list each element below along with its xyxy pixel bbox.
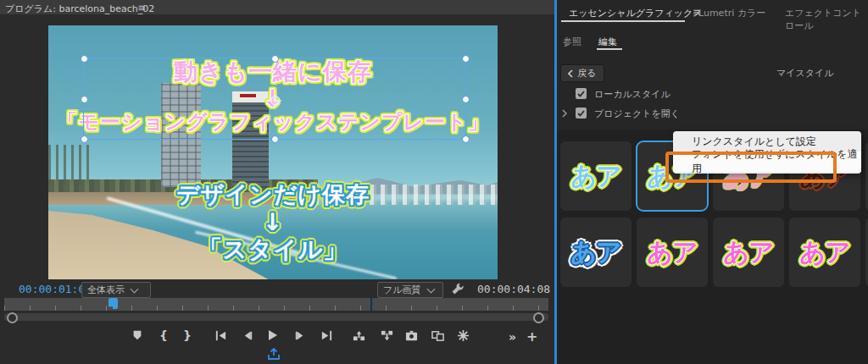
add-marker-button[interactable] bbox=[131, 328, 144, 342]
program-monitor-header: プログラム: barcelona_beach_02 ≡ bbox=[0, 0, 556, 14]
style-tile[interactable]: あア bbox=[713, 218, 784, 287]
check-icon bbox=[577, 91, 585, 97]
checkbox-open-project[interactable] bbox=[576, 108, 587, 119]
overlay-text-line4[interactable]: 「スタイル」 bbox=[48, 234, 498, 266]
duration-timecode: 00:00:04:08 bbox=[477, 283, 550, 295]
annotation-highlight-box bbox=[665, 152, 837, 183]
chevron-down-icon bbox=[426, 284, 435, 293]
tab-effect-controls[interactable]: エフェクトコントロール bbox=[785, 7, 868, 32]
extract-button[interactable] bbox=[380, 328, 393, 342]
timeline-ruler[interactable] bbox=[4, 298, 548, 311]
style-tile[interactable]: あア bbox=[560, 141, 632, 211]
panel-menu-icon[interactable]: ≡ bbox=[137, 2, 146, 14]
mark-out-button[interactable]: } bbox=[181, 328, 194, 342]
scrollbar-handle-left[interactable] bbox=[7, 312, 18, 323]
settings-wrench-icon[interactable] bbox=[451, 282, 465, 295]
video-preview: 動きも一緒に保存 ↓ 「モーショングラフィックステンプレート」 デザインだけ保存… bbox=[48, 25, 498, 279]
export-frame-button[interactable] bbox=[404, 328, 418, 342]
back-button[interactable]: 戻る bbox=[560, 64, 604, 82]
section-title-my-styles: マイスタイル bbox=[776, 69, 834, 78]
selection-handle[interactable] bbox=[462, 55, 470, 63]
checkbox-label-local-styles[interactable]: ローカルスタイル bbox=[594, 90, 670, 99]
tab-essential-graphics[interactable]: エッセンシャルグラフィックス bbox=[569, 7, 703, 19]
quality-dropdown-value: フル画質 bbox=[383, 284, 421, 296]
step-back-button[interactable] bbox=[241, 328, 254, 342]
checkbox-label-open-project[interactable]: プロジェクトを開く bbox=[594, 109, 680, 119]
overlay-arrow-blue[interactable]: ↓ bbox=[48, 208, 498, 236]
subtab-browse[interactable]: 参照 bbox=[563, 36, 581, 48]
fit-dropdown-value: 全体表示 bbox=[87, 284, 125, 296]
style-tile[interactable]: あア bbox=[560, 218, 632, 287]
selection-handle[interactable] bbox=[462, 135, 470, 143]
clip-end-marker bbox=[370, 298, 372, 311]
active-subtab-underline bbox=[597, 48, 622, 50]
lift-button[interactable] bbox=[352, 328, 365, 342]
premiere-workspace: プログラム: barcelona_beach_02 ≡ 動きも一緒に保存 ↓ bbox=[0, 0, 868, 364]
comparison-view-button[interactable] bbox=[431, 328, 444, 342]
selection-handle[interactable] bbox=[271, 135, 279, 143]
active-tab-underline bbox=[561, 20, 685, 22]
selection-handle[interactable] bbox=[81, 96, 88, 103]
export-button[interactable] bbox=[267, 347, 281, 361]
timeline-scrollbar[interactable] bbox=[4, 313, 548, 321]
more-buttons-chevrons[interactable]: » bbox=[509, 331, 516, 343]
chevron-left-icon bbox=[568, 69, 573, 78]
selection-handle[interactable] bbox=[81, 55, 88, 63]
go-to-in-button[interactable] bbox=[214, 328, 227, 342]
style-tile[interactable]: あア bbox=[637, 218, 708, 287]
step-forward-button[interactable] bbox=[292, 328, 306, 342]
anchor-point-icon[interactable] bbox=[270, 95, 281, 107]
back-button-label: 戻る bbox=[577, 67, 596, 80]
program-monitor-panel: プログラム: barcelona_beach_02 ≡ 動きも一緒に保存 ↓ bbox=[0, 0, 556, 364]
go-to-out-button[interactable] bbox=[320, 328, 333, 342]
tab-lumetri-color[interactable]: Lumetri カラー bbox=[698, 7, 765, 19]
essential-graphics-panel: エッセンシャルグラフィックス ≡ Lumetri カラー エフェクトコントロール… bbox=[557, 0, 868, 364]
check-icon bbox=[577, 110, 585, 117]
scrollbar-handle-right[interactable] bbox=[533, 312, 544, 323]
button-editor-add[interactable]: + bbox=[526, 330, 537, 344]
checkbox-local-styles[interactable] bbox=[576, 88, 587, 99]
play-button[interactable] bbox=[265, 328, 279, 342]
subtab-edit[interactable]: 編集 bbox=[598, 36, 617, 48]
program-monitor-title: プログラム: barcelona_beach_02 bbox=[5, 3, 154, 15]
chevron-down-icon bbox=[131, 284, 139, 293]
global-fx-mute-button[interactable] bbox=[456, 328, 470, 342]
selection-handle[interactable] bbox=[81, 135, 88, 143]
selection-handle[interactable] bbox=[271, 55, 279, 63]
selection-handle[interactable] bbox=[462, 96, 470, 103]
style-tile[interactable]: あア bbox=[789, 218, 860, 287]
overlay-text-line3[interactable]: デザインだけ保存 bbox=[48, 179, 498, 210]
expand-chevron-icon[interactable] bbox=[562, 109, 567, 118]
mark-in-button[interactable]: { bbox=[157, 328, 170, 342]
playback-quality-dropdown[interactable]: フル画質 bbox=[377, 282, 443, 298]
fit-dropdown[interactable]: 全体表示 bbox=[81, 282, 151, 298]
